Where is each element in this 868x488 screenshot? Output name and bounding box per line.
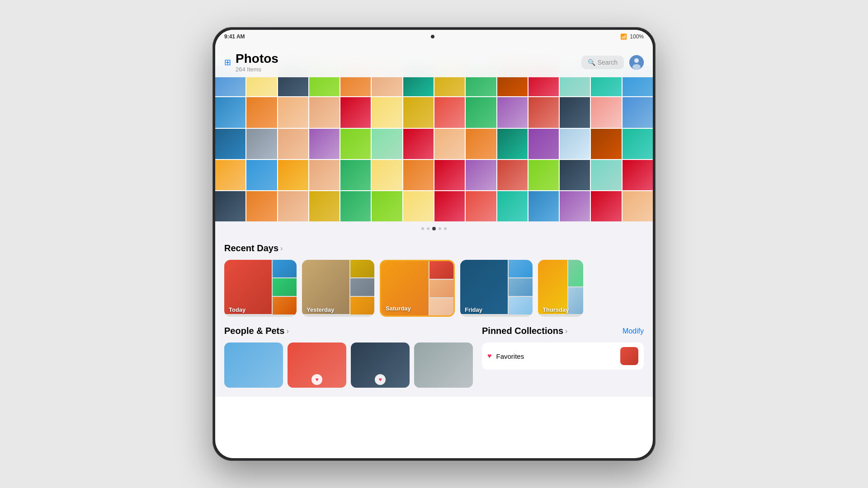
nav-right: 🔍 Search — [581, 55, 644, 70]
photo-cell[interactable] — [466, 129, 496, 159]
photo-cell[interactable] — [497, 129, 528, 159]
photo-cell[interactable] — [528, 129, 559, 159]
avatar[interactable] — [629, 55, 644, 70]
photo-cell[interactable] — [340, 129, 371, 159]
photo-cell[interactable] — [246, 129, 277, 159]
svg-point-2 — [632, 64, 641, 70]
photo-cell[interactable] — [403, 129, 434, 159]
day-label-today: Today — [229, 306, 245, 313]
status-time: 9:41 AM — [224, 33, 245, 40]
day-label-thursday: Thursday — [542, 306, 569, 313]
photo-grid — [215, 66, 653, 221]
photo-cell[interactable] — [278, 129, 308, 159]
scroll-area[interactable]: Recent Days › — [215, 66, 653, 458]
heart-badge-1: ♥ — [311, 374, 322, 385]
photo-cell[interactable] — [309, 191, 340, 221]
bottom-sections: People & Pets › ♥ ♥ — [215, 326, 653, 397]
pinned-item-favorites[interactable]: ♥ Favorites — [482, 343, 644, 370]
day-card-today[interactable]: Today — [224, 260, 297, 317]
photo-cell[interactable] — [246, 160, 277, 190]
photo-cell[interactable] — [560, 129, 590, 159]
photo-cell[interactable] — [309, 160, 340, 190]
photo-cell[interactable] — [403, 160, 434, 190]
dot-2[interactable] — [427, 227, 429, 230]
photo-cell[interactable] — [372, 160, 402, 190]
photo-cell[interactable] — [278, 160, 308, 190]
day-card-friday[interactable]: Friday — [460, 260, 533, 317]
people-card-1[interactable] — [224, 343, 283, 388]
people-card-4[interactable] — [414, 343, 473, 388]
dot-5[interactable] — [444, 227, 447, 230]
photo-cell[interactable] — [591, 160, 621, 190]
photo-cell[interactable] — [372, 97, 402, 127]
photo-cell[interactable] — [278, 191, 308, 221]
dot-4[interactable] — [439, 227, 441, 230]
photo-cell[interactable] — [466, 160, 496, 190]
photo-cell[interactable] — [623, 129, 653, 159]
search-label: Search — [598, 59, 618, 66]
photo-cell[interactable] — [528, 97, 559, 127]
photo-cell[interactable] — [309, 97, 340, 127]
search-button[interactable]: 🔍 Search — [581, 56, 624, 69]
wifi-icon: 📶 — [620, 33, 627, 40]
photo-cell[interactable] — [497, 160, 528, 190]
photo-cell[interactable] — [434, 129, 465, 159]
nav-title-group: Photos 264 Items — [236, 52, 278, 73]
heart-badge-2: ♥ — [375, 374, 386, 385]
photo-cell[interactable] — [246, 191, 277, 221]
battery-text: 100% — [630, 33, 644, 40]
people-card-2[interactable]: ♥ — [288, 343, 346, 388]
dot-3-active[interactable] — [432, 227, 436, 230]
search-icon: 🔍 — [588, 59, 595, 66]
photo-cell[interactable] — [466, 191, 496, 221]
photo-cell[interactable] — [497, 191, 528, 221]
photo-cell[interactable] — [215, 129, 245, 159]
photo-cell[interactable] — [560, 97, 590, 127]
photo-cell[interactable] — [215, 160, 245, 190]
photo-cell[interactable] — [623, 97, 653, 127]
dot-1[interactable] — [421, 227, 424, 230]
photo-cell[interactable] — [403, 97, 434, 127]
people-scroll[interactable]: ♥ ♥ — [224, 343, 473, 388]
modify-button[interactable]: Modify — [623, 327, 644, 335]
photo-cell[interactable] — [215, 191, 245, 221]
photo-cell[interactable] — [528, 160, 559, 190]
photo-cell[interactable] — [372, 129, 402, 159]
photo-cell[interactable] — [340, 97, 371, 127]
photo-cell[interactable] — [466, 97, 496, 127]
photo-cell[interactable] — [560, 160, 590, 190]
photo-cell[interactable] — [560, 191, 590, 221]
photo-cell[interactable] — [591, 129, 621, 159]
people-card-3[interactable]: ♥ — [351, 343, 410, 388]
photo-cell[interactable] — [340, 191, 371, 221]
photo-cell[interactable] — [591, 97, 621, 127]
day-card-thursday[interactable]: Thursday — [538, 260, 583, 317]
photo-cell[interactable] — [434, 160, 465, 190]
camera-dot — [431, 35, 434, 38]
photo-cell[interactable] — [372, 191, 402, 221]
photo-cell[interactable] — [340, 160, 371, 190]
photo-cell[interactable] — [215, 97, 245, 127]
nav-bar: 9:41 AM 📶 100% ⊞ Photos 264 Items 🔍 Sear… — [215, 30, 653, 77]
photo-cell[interactable] — [434, 191, 465, 221]
photo-cell[interactable] — [434, 97, 465, 127]
photo-cell[interactable] — [278, 97, 308, 127]
day-card-saturday[interactable]: Saturday — [380, 260, 455, 317]
people-pets-header: People & Pets › — [224, 326, 473, 336]
photo-cell[interactable] — [623, 160, 653, 190]
page-title: Photos — [236, 52, 278, 66]
photo-cell[interactable] — [403, 191, 434, 221]
item-count: 264 Items — [236, 66, 278, 73]
day-card-yesterday[interactable]: Yesterday — [302, 260, 374, 317]
photo-cell[interactable] — [623, 191, 653, 221]
photo-cell[interactable] — [528, 191, 559, 221]
photo-cell[interactable] — [591, 191, 621, 221]
photo-cell[interactable] — [309, 129, 340, 159]
photo-cell[interactable] — [497, 97, 528, 127]
photo-cell[interactable] — [246, 97, 277, 127]
recent-days-scroll[interactable]: Today Yesterday — [224, 260, 644, 319]
svg-point-1 — [634, 58, 639, 63]
sidebar-icon[interactable]: ⊞ — [224, 57, 231, 67]
nav-left: ⊞ Photos 264 Items — [224, 52, 278, 73]
day-label-yesterday: Yesterday — [307, 306, 334, 313]
